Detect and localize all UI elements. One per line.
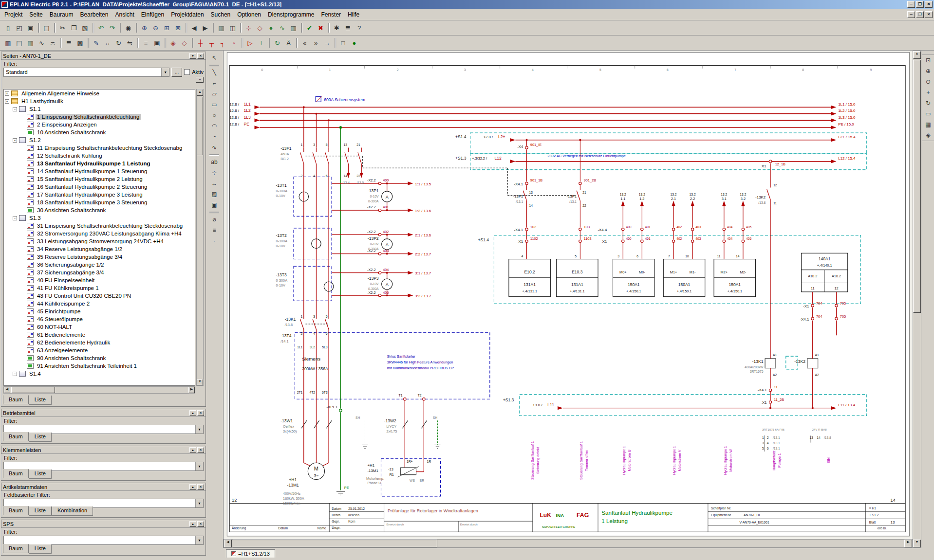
- canvas-hscrollbar[interactable]: ◀ ▶: [224, 539, 913, 548]
- page-tree-item[interactable]: 61 Bedienelemente: [4, 331, 195, 339]
- icon-potential[interactable]: ⊥: [256, 37, 267, 48]
- canvas-scroll-left-icon[interactable]: ◀: [224, 540, 232, 547]
- page-tree-item[interactable]: -S1.2: [4, 136, 195, 144]
- icon-redo[interactable]: ↷: [107, 22, 118, 33]
- tree-scroll-down-icon[interactable]: ▼: [197, 379, 203, 385]
- mdi-restore-button[interactable]: ❐: [916, 11, 924, 18]
- icon-interruption-point[interactable]: ▷: [244, 37, 256, 48]
- icon-spline[interactable]: ∿: [208, 142, 220, 153]
- page-tree-item[interactable]: -S1.3: [4, 214, 195, 222]
- icon-insert-page-macro[interactable]: ◇: [179, 37, 190, 48]
- icon-jump-point[interactable]: ◦: [228, 37, 240, 48]
- tab-baum[interactable]: Baum: [3, 544, 29, 553]
- icon-insert-terminal[interactable]: ●: [265, 22, 277, 33]
- canvas-scroll-down-icon[interactable]: ▼: [913, 540, 921, 547]
- combo-dropdown-icon[interactable]: ▼: [161, 68, 169, 76]
- icon-polyline[interactable]: ⌐: [208, 78, 220, 89]
- tab-kombination[interactable]: Kombination: [52, 506, 93, 516]
- page-tree-item[interactable]: 2 Einspeisung Anzeigen: [4, 121, 195, 128]
- icon-check-project[interactable]: ✔: [304, 22, 315, 33]
- page-tree-item[interactable]: 62 Bedienelemente Hydraulik: [4, 339, 195, 346]
- page-tree-item[interactable]: 12 Schaltschrank Kühlung: [4, 152, 195, 160]
- panel-collapse-button[interactable]: ▴: [189, 410, 196, 416]
- page-tree-item[interactable]: 10 Ansichten Schaltschrank: [4, 128, 195, 136]
- icon-zoom-window-2[interactable]: ⊡: [922, 55, 934, 66]
- page-tree-item[interactable]: 34 Reserve Leistungsabgänge 1/2: [4, 245, 195, 253]
- page-tree-item[interactable]: 13 Sanftanlauf Hydraulikpumpe 1 Leistung: [4, 160, 195, 167]
- tree-scroll-right-icon[interactable]: ▶: [188, 387, 195, 393]
- page-tree-item[interactable]: 1 Einspeisung Schaltschrankbeleuchtung: [4, 113, 195, 121]
- pages-panel-header[interactable]: Seiten - AN70-1_DE ▾ ✕: [1, 52, 205, 60]
- combo-dropdown-icon[interactable]: ▼: [195, 462, 203, 470]
- icon-insert-macro[interactable]: ◇: [254, 22, 265, 33]
- panel-collapse-button[interactable]: ▴: [189, 447, 196, 453]
- icon-dimension[interactable]: ↔: [208, 178, 220, 189]
- page-tree-item[interactable]: 40 FU Einspeiseeinheit: [4, 276, 195, 284]
- close-button[interactable]: ✕: [925, 1, 933, 8]
- icon-cable-navigator[interactable]: ∿: [36, 37, 47, 48]
- tab-baum[interactable]: Baum: [3, 469, 29, 478]
- menu-ansicht[interactable]: Ansicht: [112, 9, 137, 20]
- icon-point[interactable]: ·: [208, 235, 220, 246]
- icon-open-project[interactable]: ◰: [14, 22, 25, 33]
- icon-undo[interactable]: ↶: [95, 22, 107, 33]
- page-tree-item[interactable]: 17 Sanftanlauf Hydraulikpumpe 3 Leistung: [4, 191, 195, 199]
- page-tree-item[interactable]: 90 Ansichten Schaltschrank: [4, 354, 195, 362]
- icon-grid-toggle[interactable]: ▦: [922, 119, 934, 130]
- page-tree-item[interactable]: -H1 Lasthydraulik: [4, 97, 195, 105]
- icon-help[interactable]: ?: [354, 22, 365, 33]
- icon-insert-window-macro[interactable]: ◈: [168, 37, 179, 48]
- combo-dropdown-icon[interactable]: ▼: [195, 536, 203, 544]
- menu-projektdaten[interactable]: Projektdaten: [168, 9, 207, 20]
- tree-vscroll-thumb[interactable]: [197, 97, 203, 155]
- icon-print[interactable]: ▤: [41, 22, 52, 33]
- menu-einfgen[interactable]: Einfügen: [138, 9, 168, 20]
- tree-expander[interactable]: -: [13, 138, 17, 143]
- canvas-vscrollbar[interactable]: ▲ ▼: [913, 51, 921, 548]
- mdi-close-button[interactable]: ✕: [925, 11, 933, 18]
- panel-close-button[interactable]: ✕: [197, 53, 204, 59]
- tab-baum[interactable]: Baum: [3, 506, 29, 515]
- icon-goto[interactable]: →: [321, 37, 333, 48]
- panel-header[interactable]: Betriebsmittel▴✕: [1, 409, 205, 417]
- icon-pan[interactable]: +: [922, 87, 934, 98]
- tree-expander[interactable]: -: [13, 216, 17, 220]
- restore-button[interactable]: ❐: [916, 1, 924, 8]
- icon-text[interactable]: ab: [208, 157, 220, 167]
- icon-settings[interactable]: ✱: [331, 22, 342, 33]
- page-tree-item[interactable]: 30 Ansichten Schaltschrank: [4, 206, 195, 214]
- icon-zoom-out[interactable]: ⊖: [150, 22, 161, 33]
- tab-liste[interactable]: Liste: [29, 396, 52, 405]
- tree-expander[interactable]: -: [5, 99, 9, 104]
- icon-insert-symbol[interactable]: ⊹: [243, 22, 254, 33]
- page-tree-item[interactable]: 60 NOT-HALT: [4, 323, 195, 331]
- icon-sector[interactable]: ◔: [208, 131, 220, 142]
- menu-dienstprogramme[interactable]: Dienstprogramme: [264, 9, 318, 20]
- tree-hscrollbar[interactable]: ◀ ▶: [3, 386, 195, 394]
- icon-find[interactable]: ◉: [123, 22, 134, 33]
- page-tree-item[interactable]: 41 FU Kühlkreispumpe 1: [4, 284, 195, 292]
- icon-messages[interactable]: ✖: [315, 22, 326, 33]
- minimize-button[interactable]: ─: [907, 1, 915, 8]
- icon-t-node[interactable]: ┬: [206, 37, 217, 48]
- canvas-scroll-up-icon[interactable]: ▲: [913, 51, 921, 59]
- icon-arc[interactable]: ◠: [208, 121, 220, 131]
- aktiv-checkbox[interactable]: [184, 69, 190, 75]
- icon-ruler[interactable]: ≡: [208, 225, 220, 235]
- icon-parts-list[interactable]: ≣: [63, 37, 75, 48]
- icon-whole-page[interactable]: ▭: [922, 108, 934, 119]
- icon-terminal-navigator[interactable]: ▤: [14, 37, 25, 48]
- tree-expander[interactable]: +: [5, 91, 9, 96]
- icon-lock[interactable]: □: [337, 37, 349, 48]
- page-tree-item[interactable]: -S1.4: [4, 370, 195, 378]
- page-tree-item[interactable]: 32 Stromversorgung 230VAC Leistungsabgan…: [4, 230, 195, 237]
- icon-reports[interactable]: ▩: [75, 37, 86, 48]
- menu-seite[interactable]: Seite: [26, 9, 46, 20]
- icon-corner-node[interactable]: ┐: [217, 37, 228, 48]
- page-tree-item[interactable]: 91 Ansichten Schaltschrank Teileinheit 1: [4, 362, 195, 370]
- icon-edit-properties[interactable]: ✎: [91, 37, 102, 48]
- icon-next-page[interactable]: ▶: [200, 22, 211, 33]
- icon-polygon[interactable]: ▱: [208, 89, 220, 99]
- icon-group[interactable]: ▣: [151, 37, 163, 48]
- icon-last-sheet[interactable]: »: [310, 37, 321, 48]
